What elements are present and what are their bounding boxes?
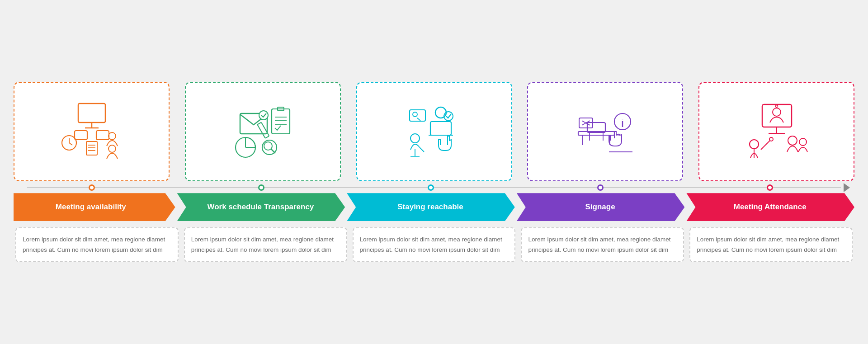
- arrow-1-label: Meeting availability: [56, 203, 126, 212]
- description-5: Lorem ipsum dolor sit dim amet, mea regi…: [688, 227, 854, 262]
- description-4: Lorem ipsum dolor sit dim amet, mea regi…: [519, 227, 686, 262]
- svg-point-55: [773, 108, 781, 116]
- svg-rect-4: [96, 131, 109, 140]
- svg-point-13: [108, 145, 116, 152]
- desc-3-text: Lorem ipsum dolor sit dim amet, mea regi…: [360, 235, 509, 255]
- description-2: Lorem ipsum dolor sit dim amet, mea regi…: [182, 227, 349, 262]
- descriptions-row: Lorem ipsum dolor sit dim amet, mea regi…: [14, 227, 854, 262]
- card-5: [698, 82, 854, 181]
- svg-point-12: [108, 132, 116, 140]
- svg-point-60: [788, 136, 797, 145]
- desc-5-text: Lorem ipsum dolor sit dim amet, mea regi…: [697, 235, 845, 255]
- card-2: [185, 82, 341, 181]
- description-3: Lorem ipsum dolor sit dim amet, mea regi…: [351, 227, 518, 262]
- svg-rect-36: [410, 110, 425, 121]
- cards-row: [14, 82, 854, 181]
- svg-rect-0: [78, 104, 105, 123]
- svg-point-37: [413, 112, 417, 117]
- svg-point-57: [750, 140, 759, 149]
- arrow-4: Signage: [517, 193, 685, 221]
- arrows-row: Meeting availability Work schedule Trans…: [14, 193, 854, 221]
- svg-point-59: [769, 137, 773, 141]
- description-1: Lorem ipsum dolor sit dim amet, mea regi…: [14, 227, 180, 262]
- card-3: [356, 82, 512, 181]
- svg-rect-3: [75, 131, 87, 140]
- svg-line-33: [420, 147, 424, 152]
- arrow-5-label: Meeting Attendance: [734, 203, 807, 212]
- svg-line-27: [271, 149, 275, 153]
- svg-rect-17: [272, 109, 290, 134]
- desc-4-text: Lorem ipsum dolor sit dim amet, mea regi…: [528, 235, 677, 255]
- arrow-4-label: Signage: [585, 203, 615, 212]
- arrow-2-label: Work schedule Transparency: [207, 203, 314, 212]
- svg-point-28: [435, 107, 446, 118]
- desc-2-text: Lorem ipsum dolor sit dim amet, mea regi…: [191, 235, 340, 255]
- svg-point-56: [775, 105, 778, 108]
- desc-1-text: Lorem ipsum dolor sit dim amet, mea regi…: [23, 235, 171, 255]
- svg-point-61: [799, 138, 807, 146]
- card-1: [14, 82, 170, 181]
- svg-line-7: [69, 143, 72, 145]
- svg-rect-29: [430, 122, 451, 135]
- svg-point-15: [259, 111, 268, 120]
- svg-point-32: [410, 134, 420, 143]
- arrow-2: Work schedule Transparency: [177, 193, 345, 221]
- infographic: Meeting availability Work schedule Trans…: [14, 82, 854, 262]
- arrow-3-label: Staying reachable: [397, 203, 463, 212]
- svg-line-38: [417, 118, 420, 121]
- arrow-5: Meeting Attendance: [686, 193, 854, 221]
- arrow-1: Meeting availability: [14, 193, 175, 221]
- arrow-3: Staying reachable: [347, 193, 515, 221]
- svg-rect-8: [86, 141, 97, 155]
- card-4: [527, 82, 683, 181]
